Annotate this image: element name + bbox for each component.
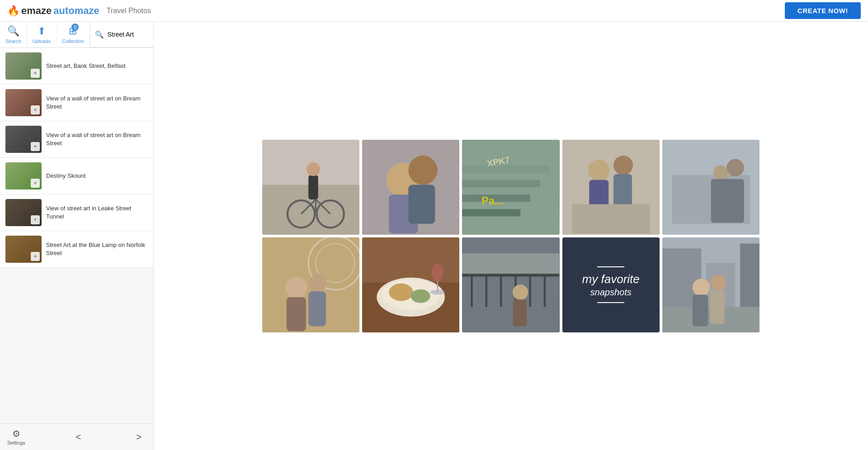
result-item-4[interactable]: + Destiny Skount [0, 158, 153, 194]
settings-icon: ⚙ [12, 428, 20, 439]
sidebar-footer: ⚙ Settings < > [0, 423, 153, 450]
svg-rect-66 [693, 294, 708, 326]
result-label-6: Street Art at the Blue Lamp on Norfolk S… [46, 241, 148, 257]
svg-point-30 [726, 159, 744, 176]
svg-rect-32 [711, 179, 744, 223]
svg-point-58 [513, 284, 528, 299]
svg-point-8 [307, 162, 320, 176]
add-to-collection-btn-5[interactable]: + [31, 215, 40, 224]
grid-cell-2[interactable] [362, 140, 459, 235]
svg-point-36 [286, 276, 307, 298]
uploads-nav-label: Uploads [33, 38, 51, 44]
photo-5 [662, 140, 760, 235]
svg-rect-68 [710, 289, 724, 323]
svg-point-45 [411, 289, 430, 303]
result-item-3[interactable]: + View of a wall of street art on Bream … [0, 121, 153, 158]
grid-cell-9-card[interactable]: my favorite snapshots [562, 237, 660, 332]
main-area: 🔍 Search ⬆ Uploads ⊞ 0 Collection 🔍 [0, 22, 868, 450]
result-thumb-1: + [5, 52, 42, 80]
sidebar-item-collection[interactable]: ⊞ 0 Collection [57, 22, 90, 47]
svg-text:Pa...: Pa... [481, 194, 504, 206]
sidebar: 🔍 Search ⬆ Uploads ⊞ 0 Collection 🔍 [0, 22, 154, 450]
grid-cell-4[interactable] [562, 140, 660, 235]
result-label-2: View of a wall of street art on Bream St… [46, 95, 148, 111]
presentation-title-input[interactable] [107, 7, 778, 15]
search-results-list: + Street art, Bank Street, Belfast + Vie… [0, 48, 153, 423]
svg-point-48 [430, 289, 445, 294]
svg-rect-16 [462, 165, 550, 172]
search-nav-icon: 🔍 [7, 25, 19, 37]
card-divider-bottom [597, 302, 624, 303]
logo-icon: 🔥 [7, 5, 19, 17]
result-thumb-6: + [5, 236, 42, 263]
result-item-5[interactable]: + View of street art in Leake Street Tun… [0, 194, 153, 231]
topbar: 🔥 emaze automaze CREATE NOW! [0, 0, 868, 22]
result-label-4: Destiny Skount [46, 172, 85, 180]
photo-8-street [462, 237, 559, 332]
search-nav-label: Search [5, 38, 21, 44]
card-title: my favorite [582, 272, 640, 287]
svg-point-38 [309, 274, 327, 291]
result-item-1[interactable]: + Street art, Bank Street, Belfast [0, 48, 153, 85]
result-thumb-2: + [5, 89, 42, 116]
add-to-collection-btn-1[interactable]: + [31, 69, 40, 78]
settings-button[interactable]: ⚙ Settings [7, 428, 25, 445]
card-divider-top [597, 266, 624, 267]
result-thumb-3: + [5, 126, 42, 153]
svg-rect-19 [462, 209, 520, 216]
result-item-6[interactable]: + Street Art at the Blue Lamp on Norfolk… [0, 231, 153, 268]
search-box-icon: 🔍 [95, 30, 104, 39]
next-button[interactable]: > [132, 430, 146, 444]
grid-cell-3[interactable]: XPK7 Pa... [462, 140, 559, 235]
logo-automaze: automaze [53, 5, 99, 17]
main-content: XPK7 Pa... [154, 22, 868, 450]
svg-rect-7 [308, 175, 318, 199]
svg-point-25 [613, 156, 633, 175]
result-label-5: View of street art in Leake Street Tunne… [46, 204, 148, 221]
svg-point-65 [693, 279, 710, 296]
sidebar-nav: 🔍 Search ⬆ Uploads ⊞ 0 Collection 🔍 [0, 22, 153, 48]
add-to-collection-btn-3[interactable]: + [31, 142, 40, 151]
collection-badge: 0 [71, 24, 79, 31]
photo-1 [262, 140, 359, 235]
grid-cell-7[interactable] [362, 237, 459, 332]
svg-point-12 [408, 156, 438, 185]
prev-button[interactable]: < [71, 430, 85, 444]
add-to-collection-btn-6[interactable]: + [31, 252, 40, 261]
svg-rect-37 [287, 297, 306, 331]
grid-cell-8[interactable] [462, 237, 559, 332]
svg-rect-17 [462, 180, 540, 187]
logo-emaze: emaze [21, 5, 52, 17]
svg-rect-27 [572, 204, 650, 233]
settings-label: Settings [7, 440, 25, 445]
result-thumb-5: + [5, 199, 42, 226]
photo-10 [662, 237, 760, 332]
collection-nav-label: Collection [62, 38, 84, 44]
result-item-2[interactable]: + View of a wall of street art on Bream … [0, 85, 153, 121]
sidebar-item-uploads[interactable]: ⬆ Uploads [27, 22, 57, 47]
svg-point-31 [713, 165, 728, 180]
svg-rect-39 [308, 291, 326, 326]
search-row: 🔍 [90, 22, 153, 47]
grid-cell-6[interactable] [262, 237, 359, 332]
result-label-1: Street art, Bank Street, Belfast [46, 62, 126, 70]
svg-point-44 [389, 283, 413, 301]
photo-7-food [362, 237, 459, 332]
grid-cell-10[interactable] [662, 237, 760, 332]
logo: 🔥 emaze automaze [7, 5, 99, 17]
grid-cell-5[interactable] [662, 140, 760, 235]
photo-2 [362, 140, 459, 235]
photo-3-graffiti: XPK7 Pa... [462, 140, 559, 235]
svg-point-67 [710, 275, 726, 290]
grid-cell-1[interactable] [262, 140, 359, 235]
add-to-collection-btn-2[interactable]: + [31, 105, 40, 114]
add-to-collection-btn-4[interactable]: + [31, 179, 40, 188]
create-now-button[interactable]: CREATE NOW! [785, 2, 861, 19]
photo-grid: XPK7 Pa... [262, 140, 760, 332]
sidebar-item-search[interactable]: 🔍 Search [0, 22, 27, 47]
photo-4-couple-street [562, 140, 660, 235]
svg-rect-57 [462, 253, 559, 274]
result-label-3: View of a wall of street art on Bream St… [46, 131, 148, 147]
card-subtitle: snapshots [582, 287, 640, 298]
search-input[interactable] [108, 31, 149, 38]
